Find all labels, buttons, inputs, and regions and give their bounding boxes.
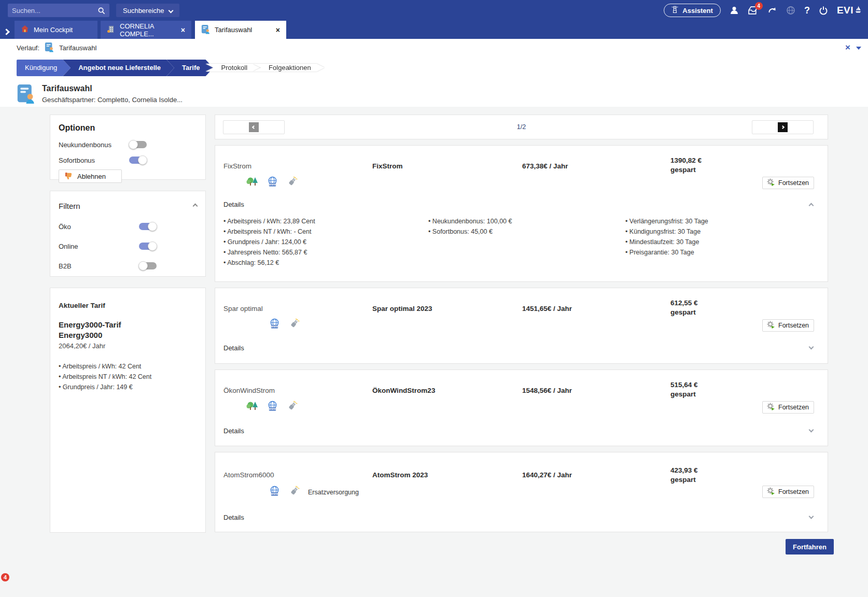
history-row: Verlauf: Tarifauswahl × xyxy=(0,39,868,56)
step-kuendigung[interactable]: Kündigung xyxy=(17,60,71,76)
tariff-name: FixStrom xyxy=(223,162,251,170)
tariff-card-fixstrom: FixStrom WWW FixStrom 673,38€ / Jahr 139… xyxy=(215,145,828,282)
saved-amount: 612,55 € xyxy=(670,298,698,308)
oeko-toggle[interactable] xyxy=(139,223,157,230)
wizard-steps: Kündigung Angebot neue Lieferstelle Tari… xyxy=(17,60,325,76)
saved-label: gespart xyxy=(670,475,698,485)
online-icon: WWW xyxy=(269,318,280,331)
b2b-toggle[interactable] xyxy=(139,262,157,269)
detail-item: Arbeitspreis / kWh: 23,89 Cent xyxy=(223,216,428,226)
tab-tarifauswahl[interactable]: Tarifauswahl × xyxy=(195,21,286,39)
options-panel: Optionen Neukundenbonus Sofortbonus Able… xyxy=(50,115,206,180)
details-toggle[interactable]: Details xyxy=(223,344,244,352)
neukundenbonus-toggle[interactable] xyxy=(129,141,147,148)
plug-icon xyxy=(288,318,300,331)
close-icon[interactable]: × xyxy=(181,26,185,34)
expand-down-icon[interactable] xyxy=(809,428,814,433)
fortsetzen-button[interactable]: Fortsetzen xyxy=(762,177,814,189)
current-tariff-title: Aktueller Tarif xyxy=(59,302,197,309)
detail-item: Neukundenbonus: 100,00 € xyxy=(428,216,625,226)
search-icon[interactable] xyxy=(97,7,105,15)
tab-customer[interactable]: CORNELIA COMPLE... × xyxy=(101,21,191,39)
detail-item: Preisgarantie: 30 Tage xyxy=(625,247,812,258)
power-icon[interactable] xyxy=(819,6,828,15)
detail-item: Grundpreis / Jahr: 124,00 € xyxy=(223,237,428,247)
filter-row-online: Online xyxy=(59,238,197,254)
plug-icon xyxy=(286,401,298,414)
close-view-icon[interactable]: × xyxy=(845,42,850,53)
details-toggle[interactable]: Details xyxy=(223,201,244,208)
tariff-saved: 423,93 € gespart xyxy=(670,466,698,485)
fortsetzen-label: Fortsetzen xyxy=(778,322,809,329)
filter-panel: Filtern Öko Online B2B xyxy=(50,191,206,277)
details-toggle[interactable]: Details xyxy=(223,514,244,521)
tariff-saved: 1390,82 € gespart xyxy=(670,156,702,175)
filter-header[interactable]: Filtern xyxy=(59,202,197,210)
expand-nav-icon[interactable] xyxy=(4,27,9,36)
history-label: Verlauf: xyxy=(17,44,39,52)
close-icon[interactable]: × xyxy=(276,26,280,34)
thumbs-down-icon xyxy=(65,172,73,181)
online-icon: WWW xyxy=(267,401,278,414)
detail-item: Arbeitspreis NT / kWh: - Cent xyxy=(223,226,428,237)
help-icon[interactable]: ? xyxy=(804,5,810,16)
user-icon[interactable] xyxy=(730,6,739,15)
plug-icon xyxy=(286,176,298,189)
fortsetzen-button[interactable]: Fortsetzen xyxy=(762,401,814,414)
tab-mein-cockpit[interactable]: Mein Cockpit xyxy=(15,21,97,39)
sofortbonus-toggle[interactable] xyxy=(129,157,147,164)
fortsetzen-button[interactable]: Fortsetzen xyxy=(762,319,814,332)
expand-down-icon[interactable] xyxy=(809,345,814,350)
step-protokoll[interactable]: Protokoll xyxy=(206,64,261,72)
page-subtitle: Geschäftspartner: Completto, Cornelia Is… xyxy=(42,96,183,104)
option-row-neukundenbonus: Neukundenbonus xyxy=(59,137,197,152)
continue-button[interactable]: Fortfahren xyxy=(786,539,834,555)
tariff-product: FixStrom xyxy=(372,162,403,170)
global-search[interactable] xyxy=(8,4,109,17)
b2b-label: B2B xyxy=(59,262,139,270)
eco-icon xyxy=(246,400,259,414)
saved-amount: 1390,82 € xyxy=(670,156,702,165)
tariff-name: AtomStrom6000 xyxy=(223,471,274,479)
step-folgeaktionen[interactable]: Folgeaktionen xyxy=(253,64,325,72)
tariff-product: ÖkonWindStrom23 xyxy=(372,387,435,394)
fortsetzen-button[interactable]: Fortsetzen xyxy=(762,486,814,498)
building-icon xyxy=(107,25,115,35)
detail-item: Jahrespreis Netto: 565,87 € xyxy=(223,247,428,258)
tariff-badges: WWW xyxy=(246,176,298,189)
tariff-saved: 515,64 € gespart xyxy=(670,380,698,399)
detail-item: Arbeitspreis / kWh: 42 Cent xyxy=(59,361,197,372)
online-toggle[interactable] xyxy=(139,243,157,250)
tariff-product: Spar optimal 2023 xyxy=(372,305,432,312)
pagination-panel: 1/2 xyxy=(215,115,828,139)
fortsetzen-label: Fortsetzen xyxy=(778,179,809,187)
inbox-badge: 4 xyxy=(755,2,763,10)
search-scope-label: Suchbereiche xyxy=(123,7,164,15)
details-toggle[interactable]: Details xyxy=(223,427,244,435)
page-indicator: 1/2 xyxy=(215,123,828,131)
collapse-up-icon[interactable] xyxy=(193,204,198,209)
reject-button[interactable]: Ablehnen xyxy=(59,169,122,183)
ersatzversorgung-label: Ersatzversorgung xyxy=(308,489,359,496)
options-title: Optionen xyxy=(59,123,197,133)
expand-down-icon[interactable] xyxy=(809,514,814,519)
collapse-up-icon[interactable] xyxy=(809,203,814,208)
search-scope-button[interactable]: Suchbereiche xyxy=(116,4,179,17)
next-page-button[interactable] xyxy=(752,120,814,134)
search-input[interactable] xyxy=(12,7,97,15)
detail-item: Sofortbonus: 45,00 € xyxy=(428,226,625,237)
tariff-badges: WWW Ersatzversorgung xyxy=(269,486,359,499)
tariff-doc-icon xyxy=(17,83,35,107)
notification-badge[interactable]: 4 xyxy=(1,573,9,581)
tab-label: Tarifauswahl xyxy=(215,26,252,34)
step-angebot-neue-lieferstelle[interactable]: Angebot neue Lieferstelle xyxy=(63,60,174,76)
caret-down-icon[interactable] xyxy=(856,47,861,50)
tariff-card-atomstrom6000: AtomStrom6000 WWW Ersatzversorgung AtomS… xyxy=(215,452,828,532)
assistant-button[interactable]: Assistent xyxy=(664,4,721,17)
inbox-icon[interactable]: 4 xyxy=(748,6,759,16)
history-item[interactable]: Tarifauswahl xyxy=(59,44,96,52)
redo-icon[interactable] xyxy=(767,6,777,15)
svg-text:WWW: WWW xyxy=(269,183,276,186)
current-tariff-product: Energy3000 xyxy=(59,330,197,340)
detail-item: Grundpreis / Jahr: 149 € xyxy=(59,382,197,392)
